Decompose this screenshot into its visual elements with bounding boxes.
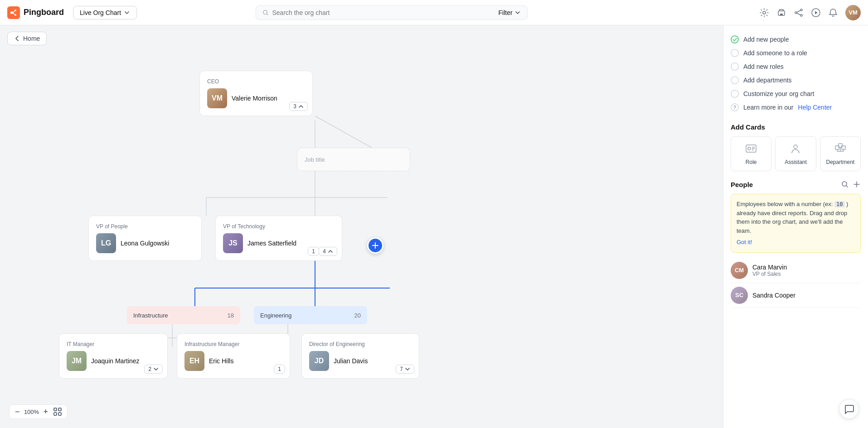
customize-org-chart-link[interactable]: Customize your org chart bbox=[731, 87, 861, 101]
cara-info: Cara Marvin VP of Sales bbox=[752, 264, 861, 277]
drag-cursor[interactable] bbox=[367, 237, 383, 254]
bell-icon[interactable] bbox=[828, 8, 838, 18]
people-section: People Employees below with a number (ex… bbox=[731, 180, 861, 308]
ceo-title: CEO bbox=[207, 78, 305, 85]
zoom-out-button[interactable]: − bbox=[15, 408, 20, 416]
home-button[interactable]: Home bbox=[7, 32, 47, 45]
infra-manager-card[interactable]: Infrastructure Manager EH Eric Hills 1 bbox=[177, 333, 290, 379]
ceo-name: Valerie Morrison bbox=[232, 95, 277, 102]
org-chart-canvas: CEO VM Valerie Morrison 3 Job title VP o… bbox=[0, 25, 723, 428]
search-icon bbox=[262, 9, 269, 16]
svg-point-35 bbox=[731, 77, 738, 84]
user-avatar-header[interactable]: VM bbox=[845, 5, 861, 20]
add-new-people-label: Add new people bbox=[743, 36, 789, 43]
add-cards-section: Add Cards Role Assistant Department bbox=[731, 123, 861, 171]
zoom-level-display: 100% bbox=[24, 409, 40, 415]
cara-name: Cara Marvin bbox=[752, 264, 861, 271]
add-new-roles-link[interactable]: Add new roles bbox=[731, 60, 861, 73]
pingboard-logo-icon bbox=[7, 6, 20, 19]
dir-engineering-badge[interactable]: 7 bbox=[396, 365, 414, 374]
person-row-cara[interactable]: CM Cara Marvin VP of Sales bbox=[731, 258, 861, 283]
svg-rect-9 bbox=[780, 14, 783, 15]
search-bar[interactable]: Filter bbox=[256, 5, 528, 20]
add-cards-title: Add Cards bbox=[731, 123, 861, 131]
infra-manager-badge[interactable]: 1 bbox=[274, 365, 285, 374]
people-search-icon[interactable] bbox=[841, 180, 849, 188]
header: Pingboard Live Org Chart Filter VM bbox=[0, 0, 868, 25]
chevron-down-icon-filter bbox=[514, 10, 521, 16]
cara-avatar: CM bbox=[731, 262, 748, 279]
zoom-in-button[interactable]: + bbox=[44, 408, 48, 416]
learn-more-link[interactable]: ? Learn more in our Help Center bbox=[731, 101, 861, 114]
dir-engineering-name: Julian Davis bbox=[334, 357, 368, 365]
add-someone-to-role-link[interactable]: Add someone to a role bbox=[731, 46, 861, 60]
add-role-card[interactable]: Role bbox=[731, 136, 771, 171]
people-add-icon[interactable] bbox=[853, 180, 861, 188]
add-assistant-card[interactable]: Assistant bbox=[775, 136, 816, 171]
infra-dept-label: Infrastructure bbox=[133, 312, 168, 319]
circle-icon-3 bbox=[731, 76, 739, 84]
vp-people-person: LG Leona Gulgowski bbox=[96, 233, 194, 253]
help-center-link[interactable]: Help Center bbox=[798, 104, 832, 111]
svg-point-10 bbox=[800, 9, 802, 11]
print-icon[interactable] bbox=[776, 8, 786, 18]
infra-manager-title: Infrastructure Manager bbox=[184, 341, 282, 347]
infrastructure-dept-bar[interactable]: Infrastructure 18 bbox=[127, 306, 240, 324]
zoom-fit-icon[interactable] bbox=[53, 408, 62, 416]
right-panel: Add new people Add someone to a role Add… bbox=[723, 25, 868, 428]
infra-manager-person: EH Eric Hills bbox=[184, 351, 282, 371]
circle-icon-4 bbox=[731, 90, 739, 98]
add-new-people-link[interactable]: Add new people bbox=[731, 33, 861, 46]
add-new-roles-label: Add new roles bbox=[743, 63, 784, 70]
filter-label: Filter bbox=[499, 9, 513, 16]
vp-tech-reports-badge[interactable]: 4 bbox=[319, 247, 337, 256]
people-title-icons bbox=[841, 180, 861, 188]
ceo-card[interactable]: CEO VM Valerie Morrison 3 bbox=[199, 71, 313, 116]
eng-dept-label: Engineering bbox=[260, 312, 291, 319]
filter-button[interactable]: Filter bbox=[499, 9, 521, 16]
ceo-reports-badge[interactable]: 3 bbox=[289, 102, 308, 111]
role-icon bbox=[745, 142, 757, 155]
home-label: Home bbox=[23, 35, 40, 42]
customize-org-chart-label: Customize your org chart bbox=[743, 90, 814, 97]
it-manager-title: IT Manager bbox=[67, 341, 160, 347]
vp-people-title: VP of People bbox=[96, 223, 194, 230]
search-input[interactable] bbox=[272, 9, 495, 16]
svg-point-3 bbox=[15, 14, 16, 16]
dir-engineering-card[interactable]: Director of Engineering JD Julian Davis … bbox=[301, 333, 419, 379]
info-banner: Employees below with a number (ex: 10 ) … bbox=[731, 194, 861, 253]
vp-people-card[interactable]: VP of People LG Leona Gulgowski bbox=[88, 216, 202, 261]
chart-selector-button[interactable]: Live Org Chart bbox=[73, 6, 137, 19]
vp-tech-direct-badge[interactable]: 1 bbox=[308, 247, 319, 256]
question-icon: ? bbox=[731, 103, 739, 111]
svg-point-34 bbox=[731, 63, 738, 70]
play-icon[interactable] bbox=[811, 8, 821, 18]
role-label: Role bbox=[735, 159, 767, 165]
svg-rect-29 bbox=[58, 408, 61, 411]
person-row-sandra[interactable]: SC Sandra Cooper bbox=[731, 283, 861, 308]
it-manager-badge[interactable]: 2 bbox=[144, 365, 163, 374]
svg-point-44 bbox=[794, 145, 797, 149]
vp-tech-title: VP of Technology bbox=[223, 223, 335, 230]
svg-point-2 bbox=[15, 10, 16, 11]
circle-icon-1 bbox=[731, 49, 739, 57]
chat-bubble-button[interactable] bbox=[839, 399, 859, 419]
svg-point-32 bbox=[731, 36, 738, 43]
add-departments-link[interactable]: Add departments bbox=[731, 73, 861, 87]
ceo-avatar: VM bbox=[207, 88, 227, 108]
it-manager-card[interactable]: IT Manager JM Joaquin Martinez 2 bbox=[59, 333, 168, 379]
vp-tech-name: James Satterfield bbox=[247, 240, 296, 247]
settings-icon[interactable] bbox=[759, 8, 769, 18]
engineering-dept-bar[interactable]: Engineering 20 bbox=[254, 306, 367, 324]
got-it-button[interactable]: Got it! bbox=[737, 238, 855, 247]
vp-tech-card[interactable]: VP of Technology JS James Satterfield 1 … bbox=[215, 216, 342, 261]
svg-point-36 bbox=[731, 90, 738, 97]
add-department-card[interactable]: Department bbox=[820, 136, 861, 171]
chat-icon bbox=[844, 404, 854, 414]
job-title-card[interactable]: Job title bbox=[297, 148, 410, 171]
eng-dept-count: 20 bbox=[354, 312, 361, 319]
cara-role: VP of Sales bbox=[752, 271, 861, 277]
svg-rect-0 bbox=[7, 6, 20, 19]
share-icon[interactable] bbox=[794, 8, 804, 18]
svg-text:?: ? bbox=[733, 105, 736, 110]
